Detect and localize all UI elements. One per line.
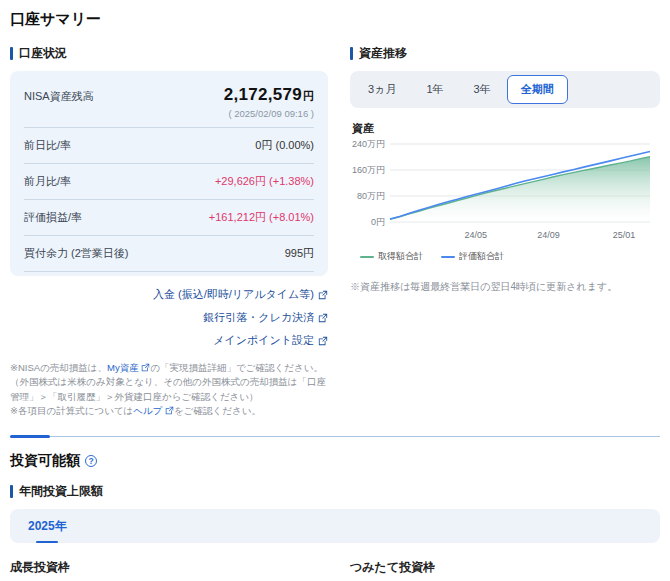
- legend-valuation: 評価額合計: [441, 250, 504, 263]
- svg-text:160万円: 160万円: [352, 165, 385, 175]
- row-value: 0円 (0.00%): [255, 138, 314, 153]
- tsumitate-quota-section: つみたて投資枠 利用可能残 1,100,000円 利用済100,000円 利用可…: [350, 559, 660, 581]
- row-value: +29,626円 (+1.38%): [215, 174, 314, 189]
- external-link-icon: [318, 313, 328, 323]
- row-label: 前月比/率: [24, 174, 71, 189]
- help-icon[interactable]: ?: [85, 455, 97, 467]
- nisa-balance-row: NISA資産残高 2,172,579円 ( 2025/02/09 09:16 ): [24, 73, 314, 128]
- row-value: 995円: [285, 246, 314, 261]
- svg-text:24/09: 24/09: [537, 230, 560, 240]
- year-tabbar: 2025年: [10, 509, 660, 543]
- section-marker: [10, 485, 13, 498]
- my-asset-link[interactable]: My資産: [107, 362, 150, 373]
- legend-swatch-acquisition: [360, 256, 374, 258]
- tsumitate-quota-title: つみたて投資枠: [350, 559, 660, 576]
- svg-text:80万円: 80万円: [357, 191, 385, 201]
- table-row: 評価損益/率 +161,212円 (+8.01%): [24, 200, 314, 236]
- scroll-indicator: [10, 435, 50, 438]
- external-link-icon: [165, 406, 174, 415]
- svg-text:0円: 0円: [371, 217, 385, 227]
- legend-label: 取得額合計: [378, 250, 423, 263]
- deposit-link-label: 入金 (振込/即時/リアルタイム等): [153, 287, 314, 302]
- row-label: 前日比/率: [24, 138, 71, 153]
- help-link[interactable]: ヘルプ: [133, 405, 174, 416]
- asset-transition-heading: 資産推移: [359, 45, 407, 62]
- nisa-balance-value: 2,172,579: [224, 85, 302, 104]
- help-link-label: ヘルプ: [133, 405, 162, 416]
- row-value: +161,212円 (+8.01%): [209, 210, 314, 225]
- deposit-link[interactable]: 入金 (振込/即時/リアルタイム等): [153, 287, 328, 302]
- investable-title-row: 投資可能額 ?: [10, 452, 660, 470]
- section-marker: [10, 47, 13, 60]
- svg-text:24/05: 24/05: [465, 230, 488, 240]
- footnotes: ※NISAの売却損益は、My資産 の「実現損益詳細」でご確認ください。（外国株式…: [10, 361, 328, 418]
- balance-timestamp: ( 2025/02/09 09:16 ): [224, 108, 314, 119]
- row-label: 評価損益/率: [24, 210, 82, 225]
- page-root: 口座サマリー 口座状況 NISA資産残高 2,172,579円 ( 2025/0…: [0, 0, 670, 581]
- external-link-icon: [318, 336, 328, 346]
- note-text: をご確認ください。: [174, 405, 261, 416]
- svg-text:240万円: 240万円: [352, 139, 385, 149]
- chart-legend: 取得額合計 評価額合計: [360, 250, 660, 263]
- table-row: 前月比/率 +29,626円 (+1.38%): [24, 164, 314, 200]
- annual-limit-heading: 年間投資上限額: [19, 483, 103, 500]
- table-row: 買付余力 (2営業日後) 995円: [24, 236, 314, 272]
- bank-debit-link[interactable]: 銀行引落・クレカ決済: [203, 310, 328, 325]
- section-divider: [10, 436, 660, 437]
- tab-year-2025[interactable]: 2025年: [28, 509, 67, 543]
- account-links: 入金 (振込/即時/リアルタイム等) 銀行引落・クレカ決済 メインポイント設定: [10, 287, 328, 348]
- legend-label: 評価額合計: [459, 250, 504, 263]
- nisa-balance-label: NISA資産残高: [24, 85, 94, 119]
- tab-all-period[interactable]: 全期間: [507, 75, 568, 104]
- nisa-balance-unit: 円: [303, 90, 314, 102]
- chart-update-note: ※資産推移は毎週最終営業日の翌日4時頃に更新されます。: [350, 280, 660, 294]
- legend-swatch-valuation: [441, 256, 455, 258]
- tab-1year[interactable]: 1年: [412, 75, 457, 104]
- account-status-section: 口座状況 NISA資産残高 2,172,579円 ( 2025/02/09 09…: [10, 45, 328, 418]
- growth-quota-section: 成長投資枠 利用可能残 2,346,618円 利用済53,382円 利用可能枠2…: [10, 559, 328, 581]
- account-status-heading: 口座状況: [19, 45, 67, 62]
- growth-quota-title: 成長投資枠: [10, 559, 328, 576]
- svg-text:25/01: 25/01: [613, 230, 636, 240]
- asset-chart: 0円80万円160万円240万円24/0524/0925/01: [350, 136, 658, 244]
- asset-transition-section: 資産推移 3ヵ月 1年 3年 全期間 資産 0円80万円160万円240万円24…: [350, 45, 660, 418]
- external-link-icon: [318, 290, 328, 300]
- note-text: ※各項目の計算式については: [10, 405, 133, 416]
- account-status-card: NISA資産残高 2,172,579円 ( 2025/02/09 09:16 )…: [10, 71, 328, 276]
- bank-debit-link-label: 銀行引落・クレカ決済: [203, 310, 314, 325]
- investable-title: 投資可能額: [10, 452, 80, 470]
- chart-y-axis-title: 資産: [352, 121, 660, 136]
- my-asset-link-label: My資産: [107, 362, 139, 373]
- legend-acquisition: 取得額合計: [360, 250, 423, 263]
- period-tabbar: 3ヵ月 1年 3年 全期間: [350, 71, 660, 108]
- table-row: 前日比/率 0円 (0.00%): [24, 128, 314, 164]
- row-label: 買付余力 (2営業日後): [24, 246, 129, 261]
- section-marker: [350, 47, 353, 60]
- point-setting-link-label: メインポイント設定: [213, 333, 314, 348]
- tab-3years[interactable]: 3年: [460, 75, 505, 104]
- note-text: ※NISAの売却損益は、: [10, 362, 107, 373]
- page-title: 口座サマリー: [10, 10, 660, 29]
- tab-3months[interactable]: 3ヵ月: [354, 75, 410, 104]
- point-setting-link[interactable]: メインポイント設定: [213, 333, 328, 348]
